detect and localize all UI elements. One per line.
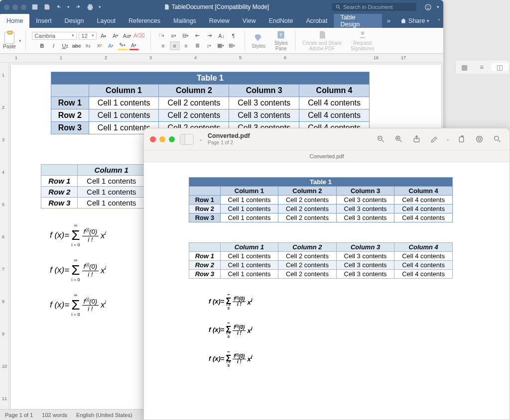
share-button[interactable] (410, 134, 423, 145)
page-count[interactable]: Page 1 of 1 (5, 412, 33, 418)
share-icon (400, 18, 406, 24)
preview-subtitle-bar: Converted.pdf (144, 150, 510, 162)
sort-button[interactable]: A↓ (217, 31, 227, 40)
table-cell: Cell 1 contents (78, 187, 145, 198)
numbering-button[interactable]: ≡▾ (169, 31, 179, 40)
justify-button[interactable]: ≣ (193, 41, 203, 50)
undo-dropdown[interactable]: ▾ (67, 4, 70, 9)
font-size-select[interactable]: 12 (79, 32, 97, 40)
align-right-button[interactable]: ≡ (181, 41, 191, 50)
horizontal-ruler[interactable]: 11234561617 (0, 54, 443, 63)
paste-button[interactable]: Paste (3, 32, 16, 49)
markup-dropdown[interactable]: ⌄ (446, 136, 450, 142)
grow-font-button[interactable]: A▴ (99, 31, 109, 40)
increase-indent-button[interactable]: ⇥ (205, 31, 215, 40)
svg-point-5 (429, 6, 430, 7)
autosave-icon[interactable] (31, 3, 38, 10)
create-share-pdf-button[interactable]: Create and Share Adobe PDF (299, 30, 345, 51)
tab-home[interactable]: Home (0, 14, 29, 28)
font-name-select[interactable]: Cambria (32, 32, 77, 40)
grid-view-icon[interactable]: ▦ (456, 63, 473, 71)
close-button[interactable] (150, 136, 156, 142)
preview-page[interactable]: Table 1 Column 1 Column 2 Column 3 Colum… (144, 162, 510, 420)
tab-view[interactable]: View (236, 14, 262, 28)
styles-pane-button[interactable]: ¶ Styles Pane (271, 30, 291, 51)
tab-acrobat[interactable]: Acrobat (299, 14, 334, 28)
list-view-icon[interactable]: ≡ (473, 63, 491, 71)
show-marks-button[interactable]: ¶ (229, 31, 239, 40)
table-2[interactable]: Column 1 Row 1Cell 1 contents Row 2Cell … (41, 164, 145, 209)
change-case-button[interactable]: Aa▾ (123, 31, 132, 40)
search-button[interactable] (491, 134, 504, 145)
styles-pane-icon: ¶ (275, 30, 286, 40)
request-signatures-button[interactable]: Request Signatures (348, 30, 378, 51)
svg-point-8 (361, 31, 365, 35)
quick-access[interactable]: ▾ ▾ (31, 3, 101, 10)
preview-titlebar: ⌄ Converted.pdf Page 1 of 2 ⌄ (144, 128, 510, 150)
window-controls[interactable] (4, 4, 26, 10)
tab-table-design[interactable]: Table Design (334, 14, 382, 28)
rotate-button[interactable] (455, 134, 468, 145)
line-spacing-button[interactable]: ↕▾ (204, 41, 214, 50)
feedback-dropdown[interactable]: ▾ (437, 4, 439, 9)
tab-endnote[interactable]: EndNote (262, 14, 300, 28)
print-icon[interactable] (87, 3, 94, 10)
vertical-ruler[interactable]: 1234567891011 (0, 63, 9, 409)
view-mode-strip[interactable]: ▦ ≡ ◫ (455, 60, 510, 75)
tab-review[interactable]: Review (203, 14, 236, 28)
table-1[interactable]: Table 1 Column 1 Column 2 Column 3 Colum… (51, 72, 370, 134)
decrease-indent-button[interactable]: ⇤ (193, 31, 203, 40)
formula: f (x)=Σ∞i = 0f(i)(0)i !xi (209, 324, 490, 335)
borders-button[interactable]: ⊞▾ (227, 41, 237, 50)
tab-layout[interactable]: Layout (91, 14, 123, 28)
zoom-out-button[interactable] (374, 134, 387, 145)
text-effects-button[interactable]: A▾ (106, 41, 116, 50)
zoom-button[interactable] (169, 136, 175, 142)
markup-button[interactable] (428, 134, 441, 145)
strikethrough-button[interactable]: abc (72, 41, 82, 50)
save-icon[interactable] (43, 3, 50, 10)
multilevel-list-button[interactable]: ⊟▾ (181, 31, 191, 40)
collapse-ribbon[interactable]: ˄ (434, 14, 443, 28)
row-header: Row 1 (41, 176, 78, 187)
minimize-button[interactable] (159, 136, 165, 142)
tab-mailings[interactable]: Mailings (167, 14, 203, 28)
tab-design[interactable]: Design (58, 14, 91, 28)
clear-formatting-button[interactable]: A⌫ (134, 31, 144, 40)
shrink-font-button[interactable]: A▾ (111, 31, 121, 40)
font-color-button[interactable]: A▾ (129, 41, 139, 50)
align-center-button[interactable]: ≡ (170, 41, 180, 50)
window-controls[interactable] (150, 136, 175, 142)
underline-button[interactable]: U▾ (60, 41, 70, 50)
feedback-icon[interactable] (424, 3, 432, 11)
shading-button[interactable]: ▦▾ (216, 41, 226, 50)
column-view-icon[interactable]: ◫ (491, 63, 509, 71)
language[interactable]: English (United States) (76, 412, 132, 418)
bullets-button[interactable]: ∷▾ (157, 31, 167, 40)
superscript-button[interactable]: X² (95, 41, 105, 50)
sidebar-dropdown[interactable]: ⌄ (199, 136, 203, 142)
search-input[interactable]: Search in Document (332, 3, 416, 11)
sidebar-toggle[interactable] (180, 134, 194, 145)
align-left-button[interactable]: ≡ (158, 41, 168, 50)
zoom-in-button[interactable] (392, 134, 405, 145)
paste-dropdown[interactable]: ▾ (19, 38, 21, 43)
formula: f (x)=Σ∞i = 0f(i)(0)i !xi (209, 353, 490, 364)
bold-button[interactable]: B (37, 41, 47, 50)
highlight-button[interactable]: ✎▾ (118, 41, 128, 50)
italic-button[interactable]: I (49, 41, 59, 50)
tabs-overflow[interactable]: » (382, 14, 395, 28)
preview-title: Converted.pdf Page 1 of 2 (208, 133, 250, 145)
word-count[interactable]: 102 words (42, 412, 67, 418)
share-button[interactable]: Share ▾ (395, 14, 434, 28)
undo-icon[interactable] (55, 3, 62, 10)
subscript-button[interactable]: X₂ (83, 41, 93, 50)
styles-button[interactable]: Styles (249, 33, 268, 49)
highlight-button[interactable] (473, 134, 486, 145)
table-cell: Cell 3 contents (229, 97, 299, 109)
svg-point-1 (336, 5, 339, 8)
tab-references[interactable]: References (122, 14, 167, 28)
tab-insert[interactable]: Insert (29, 14, 58, 28)
print-dropdown[interactable]: ▾ (99, 4, 101, 9)
redo-icon[interactable] (75, 3, 82, 10)
